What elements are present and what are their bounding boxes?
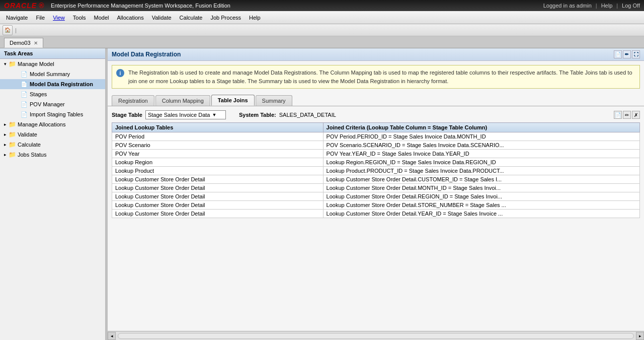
new-row-icon[interactable]: 📄 xyxy=(614,111,622,119)
table-row[interactable]: POV PeriodPOV Period.PERIOD_ID = Stage S… xyxy=(112,132,640,141)
sidebar-item-pov-manager[interactable]: 📄 POV Manager xyxy=(0,99,105,109)
new-icon[interactable]: 📄 xyxy=(614,50,622,58)
table-row[interactable]: POV YearPOV Year.YEAR_ID = Stage Sales I… xyxy=(112,150,640,158)
toolbar: 🏠 | xyxy=(0,24,644,36)
tree-label: Validate xyxy=(18,131,37,138)
stage-table-dropdown[interactable]: Stage Sales Invoice Data ▼ xyxy=(145,110,226,119)
col-header-criteria: Joined Criteria (Lookup Table Column = S… xyxy=(323,123,639,132)
table-row[interactable]: Lookup Customer Store Order DetailLookup… xyxy=(112,192,640,201)
toggle-icon: ▸ xyxy=(2,131,8,138)
menu-allocations[interactable]: Allocations xyxy=(113,12,147,23)
cell-lookup: POV Year xyxy=(112,150,324,158)
tab-demo03[interactable]: Demo03 ✕ xyxy=(4,38,43,48)
folder-icon: 📁 xyxy=(8,120,16,128)
spacer xyxy=(14,71,20,77)
toolbar-home-btn[interactable]: 🏠 xyxy=(3,25,13,35)
tab-close-icon[interactable]: ✕ xyxy=(34,40,38,46)
table-row[interactable]: Lookup ProductLookup Product.PRODUCT_ID … xyxy=(112,167,640,175)
table-row[interactable]: Lookup Customer Store Order DetailLookup… xyxy=(112,175,640,184)
oracle-logo: ORACLE ® xyxy=(4,2,44,10)
menu-job-process[interactable]: Job Process xyxy=(206,12,245,23)
page-icon: 📄 xyxy=(20,70,28,78)
tree-label: Calculate xyxy=(18,142,41,148)
scroll-right-icon[interactable]: ▸ xyxy=(636,332,644,340)
sidebar-item-import-staging[interactable]: 📄 Import Staging Tables xyxy=(0,109,105,119)
edit-icon[interactable]: ✏ xyxy=(623,50,631,58)
table-row[interactable]: Lookup Customer Store Order DetailLookup… xyxy=(112,184,640,192)
delete-row-icon[interactable]: ✗ xyxy=(632,111,640,119)
cell-lookup: POV Period xyxy=(112,132,324,141)
menu-validate[interactable]: Validate xyxy=(148,12,176,23)
cell-lookup: Lookup Customer Store Order Detail xyxy=(112,201,324,210)
content-header-icons: 📄 ✏ ⛶ xyxy=(614,50,640,58)
spacer xyxy=(14,91,20,97)
info-text: The Registration tab is used to create a… xyxy=(128,69,635,85)
horizontal-scrollbar[interactable] xyxy=(118,333,634,339)
sidebar-item-stages[interactable]: 📄 Stages xyxy=(0,89,105,99)
scroll-left-icon[interactable]: ◂ xyxy=(108,332,116,340)
edit-row-icon[interactable]: ✏ xyxy=(623,111,631,119)
tab-registration[interactable]: Registration xyxy=(112,95,154,106)
menu-file[interactable]: File xyxy=(32,12,49,23)
cell-lookup: Lookup Region xyxy=(112,158,324,167)
folder-icon: 📁 xyxy=(8,130,16,139)
tree-label: Jobs Status xyxy=(18,152,46,158)
cell-criteria: Lookup Customer Store Order Detail.MONTH… xyxy=(323,184,639,192)
logoff-link[interactable]: Log Off xyxy=(622,3,640,9)
maximize-icon[interactable]: ⛶ xyxy=(632,50,640,58)
menu-view[interactable]: View xyxy=(49,12,69,23)
tree-label: Manage Allocations xyxy=(18,121,65,127)
sidebar-item-manage-allocations[interactable]: ▸ 📁 Manage Allocations xyxy=(0,119,105,129)
sidebar-item-manage-model[interactable]: ▾ 📁 Manage Model xyxy=(0,59,105,69)
tabbar: Demo03 ✕ xyxy=(0,36,644,48)
cell-criteria: Lookup Customer Store Order Detail.REGIO… xyxy=(323,192,639,201)
table-row[interactable]: Lookup RegionLookup Region.REGION_ID = S… xyxy=(112,158,640,167)
page-icon: 📄 xyxy=(20,90,28,98)
top-header: ORACLE ® Enterprise Performance Manageme… xyxy=(0,0,644,11)
menu-help[interactable]: Help xyxy=(245,12,265,23)
system-table-value: SALES_DATA_DETAIL xyxy=(279,112,336,118)
stage-table-row: Stage Table Stage Sales Invoice Data ▼ S… xyxy=(112,110,640,119)
menu-navigate[interactable]: Navigate xyxy=(2,12,32,23)
sidebar-item-validate[interactable]: ▸ 📁 Validate xyxy=(0,129,105,140)
table-row[interactable]: POV ScenarioPOV Scenario.SCENARIO_ID = S… xyxy=(112,141,640,150)
table-row[interactable]: Lookup Customer Store Order DetailLookup… xyxy=(112,210,640,218)
cell-criteria: Lookup Product.PRODUCT_ID = Stage Sales … xyxy=(323,167,639,175)
tab-label: Demo03 xyxy=(10,40,31,46)
task-areas-header: Task Areas xyxy=(0,48,105,59)
cell-lookup: POV Scenario xyxy=(112,141,324,150)
sidebar: Task Areas ▾ 📁 Manage Model 📄 Model Summ… xyxy=(0,48,106,340)
sidebar-item-jobs-status[interactable]: ▸ 📁 Jobs Status xyxy=(0,150,105,160)
content-tabs-strip: Registration Column Mapping Table Joins … xyxy=(108,93,644,106)
stage-table-value: Stage Sales Invoice Data xyxy=(148,112,210,118)
tab-table-joins[interactable]: Table Joins xyxy=(211,95,255,106)
table-row[interactable]: Lookup Customer Store Order DetailLookup… xyxy=(112,201,640,210)
tab-summary[interactable]: Summary xyxy=(256,95,292,106)
tree-label: Model Summary xyxy=(30,71,70,77)
cell-lookup: Lookup Customer Store Order Detail xyxy=(112,175,324,184)
page-icon: 📄 xyxy=(20,110,28,118)
content-header: Model Data Registration 📄 ✏ ⛶ xyxy=(108,48,644,61)
header-right: Logged in as admin | Help | Log Off xyxy=(543,3,640,9)
page-icon: 📄 xyxy=(20,100,28,108)
cell-lookup: Lookup Customer Store Order Detail xyxy=(112,184,324,192)
menu-tools[interactable]: Tools xyxy=(69,12,90,23)
stage-table-label: Stage Table xyxy=(112,112,142,118)
sidebar-item-calculate[interactable]: ▸ 📁 Calculate xyxy=(0,140,105,150)
main-layout: Task Areas ▾ 📁 Manage Model 📄 Model Summ… xyxy=(0,48,644,340)
bottom-scrollbar: ◂ ▸ xyxy=(108,331,644,340)
cell-lookup: Lookup Customer Store Order Detail xyxy=(112,210,324,218)
sidebar-item-model-summary[interactable]: 📄 Model Summary xyxy=(0,69,105,79)
joins-table: Joined Lookup Tables Joined Criteria (Lo… xyxy=(112,122,640,218)
logo-area: ORACLE ® Enterprise Performance Manageme… xyxy=(4,2,230,10)
folder-icon: 📁 xyxy=(8,60,16,68)
sidebar-item-model-data-reg[interactable]: 📄 Model Data Registration xyxy=(0,79,105,89)
folder-icon: 📁 xyxy=(8,151,16,159)
cell-criteria: POV Period.PERIOD_ID = Stage Sales Invoi… xyxy=(323,132,639,141)
page-icon: 📄 xyxy=(20,80,28,88)
help-link[interactable]: Help xyxy=(601,3,613,9)
menu-model[interactable]: Model xyxy=(90,12,113,23)
menu-calculate[interactable]: Calculate xyxy=(176,12,207,23)
cell-criteria: POV Scenario.SCENARIO_ID = Stage Sales I… xyxy=(323,141,639,150)
tab-column-mapping[interactable]: Column Mapping xyxy=(155,95,210,106)
